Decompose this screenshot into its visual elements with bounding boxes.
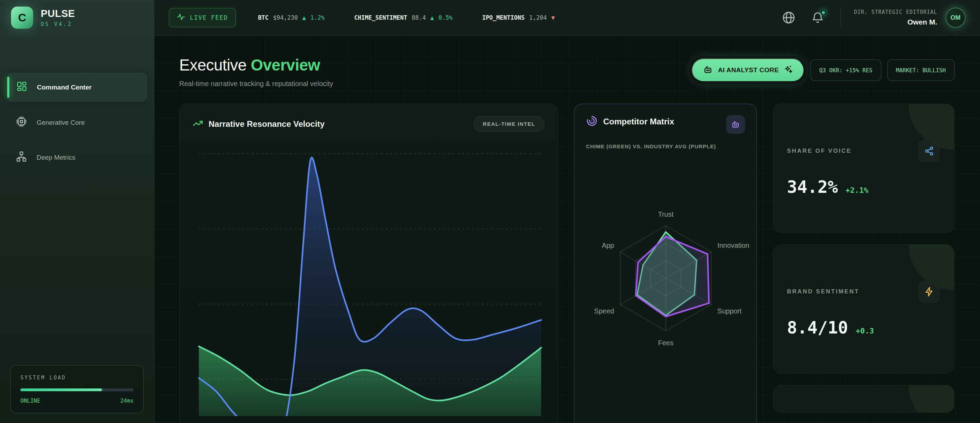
network-icon — [16, 151, 27, 164]
avatar[interactable]: OM — [945, 8, 966, 28]
sidebar-item-deep-metrics[interactable]: Deep Metrics — [7, 144, 147, 171]
live-feed-badge[interactable]: LIVE FEED — [169, 8, 236, 27]
bell-icon[interactable] — [811, 11, 825, 24]
market-bullish-chip[interactable]: MARKET: BULLISH — [888, 59, 955, 81]
ticker-delta: 1.2% — [310, 14, 325, 21]
partial-kpi-card — [773, 385, 955, 413]
radar-icon — [586, 115, 598, 128]
sidebar-item-label: Deep Metrics — [37, 154, 75, 161]
ticker-chime-sentiment: CHIME_SENTIMENT 88.4 ▲ 0.5% — [354, 14, 453, 21]
sidebar-nav: Command Center Generative Core Deep Metr… — [0, 73, 154, 171]
svg-text:Trust: Trust — [658, 211, 674, 218]
system-load-bar — [21, 388, 134, 391]
system-status: ONLINE — [21, 397, 40, 404]
kpi-column: SHARE OF VOICE 34.2% +2.1% BRAND — [773, 104, 955, 413]
ticker-value: 88.4 — [412, 14, 426, 21]
sidebar-item-generative-core[interactable]: Generative Core — [7, 109, 147, 137]
brand-version: OS V4.2 — [41, 21, 75, 27]
up-arrow-icon: ▲ — [302, 14, 306, 21]
system-latency: 24ms — [120, 397, 134, 404]
page-subtitle: Real-time narrative tracking & reputatio… — [179, 80, 333, 88]
velocity-card-title: Narrative Resonance Velocity — [208, 119, 325, 129]
ticker-btc: BTC $94,230 ▲ 1.2% — [258, 14, 325, 21]
user-role: DIR. STRATEGIC EDITORIAL — [854, 9, 937, 15]
share-of-voice-value: 34.2% — [787, 177, 838, 197]
live-feed-label: LIVE FEED — [190, 14, 228, 21]
bot-icon-button[interactable] — [726, 115, 745, 134]
ticker-ipo-mentions: IPO_MENTIONS 1,204 ▼ — [482, 14, 555, 21]
competitor-matrix-title: Competitor Matrix — [603, 117, 674, 126]
ticker-value: $94,230 — [273, 14, 298, 21]
header-actions: AI ANALYST CORE Q3 OKR: +15% RES MARKET:… — [692, 58, 955, 82]
brand-sentiment-label: BRAND SENTIMENT — [787, 288, 859, 295]
market-bullish-label: MARKET: BULLISH — [896, 67, 946, 73]
system-load-title: SYSTEM LOAD — [21, 375, 134, 381]
system-load-panel: SYSTEM LOAD ONLINE 24ms — [10, 365, 144, 413]
ticker-label: BTC — [258, 14, 269, 21]
brand-block: C PULSE OS V4.2 — [0, 0, 154, 35]
down-arrow-icon: ▼ — [551, 14, 555, 21]
ai-analyst-core-button[interactable]: AI ANALYST CORE — [692, 58, 804, 82]
q3-okr-label: Q3 OKR: +15% RES — [819, 67, 872, 73]
velocity-area-chart — [192, 150, 545, 416]
brand-logo: C — [11, 6, 33, 29]
header-divider — [840, 8, 841, 27]
activity-icon — [177, 13, 185, 22]
ai-analyst-core-label: AI ANALYST CORE — [718, 66, 779, 74]
ticker-strip: BTC $94,230 ▲ 1.2% CHIME_SENTIMENT 88.4 … — [258, 14, 555, 21]
competitor-matrix-subtitle: CHIME (GREEN) VS. INDUSTRY AVG (PURPLE) — [586, 142, 724, 151]
main-content: Executive Overview Real-time narrative t… — [154, 35, 980, 423]
ticker-value: 1,204 — [529, 14, 547, 21]
avatar-initials: OM — [951, 14, 961, 21]
page-title: Executive Overview — [179, 56, 333, 74]
cpu-icon — [16, 116, 27, 129]
share-of-voice-delta: +2.1% — [846, 186, 869, 195]
brand-name: PULSE — [41, 8, 75, 19]
page-title-block: Executive Overview Real-time narrative t… — [179, 56, 333, 88]
ticker-label: CHIME_SENTIMENT — [354, 14, 407, 21]
brand-sentiment-value: 8.4/10 — [787, 318, 848, 338]
brand-logo-letter: C — [18, 11, 26, 24]
notification-dot — [821, 10, 826, 15]
user-meta: DIR. STRATEGIC EDITORIAL Owen M. — [854, 9, 937, 26]
brand-sentiment-delta: +0.3 — [856, 327, 874, 335]
bot-icon — [703, 64, 713, 77]
sidebar-item-label: Command Center — [37, 84, 92, 91]
page-title-accent: Overview — [251, 56, 320, 74]
system-load-bar-fill — [21, 388, 102, 391]
ticker-delta: 0.5% — [438, 14, 452, 21]
globe-icon[interactable] — [782, 11, 795, 24]
svg-text:Support: Support — [718, 307, 742, 315]
competitor-matrix-card: Competitor Matrix CHIME (GREEN) VS. INDU… — [574, 104, 757, 423]
sidebar-item-command-center[interactable]: Command Center — [7, 73, 147, 102]
real-time-intel-badge: REAL-TIME INTEL — [473, 116, 544, 132]
brand-sentiment-card: BRAND SENTIMENT 8.4/10 +0.3 — [773, 244, 955, 374]
sidebar-item-label: Generative Core — [37, 119, 84, 126]
ticker-label: IPO_MENTIONS — [482, 14, 525, 21]
svg-text:Innovation: Innovation — [718, 241, 749, 249]
top-bar: LIVE FEED BTC $94,230 ▲ 1.2% CHIME_SENTI… — [154, 0, 980, 35]
share-of-voice-card: SHARE OF VOICE 34.2% +2.1% — [773, 104, 955, 233]
svg-text:Fees: Fees — [658, 339, 673, 346]
page-title-prefix: Executive — [179, 56, 247, 74]
sidebar: C PULSE OS V4.2 Command Center — [0, 0, 154, 423]
sparkles-icon — [784, 65, 793, 76]
competitor-radar-chart: TrustInnovationSupportFeesSpeedApp — [586, 195, 746, 368]
velocity-card: Narrative Resonance Velocity REAL-TIME I… — [179, 104, 558, 423]
layout-grid-icon — [16, 81, 27, 94]
corner-decor — [908, 385, 954, 413]
share-of-voice-label: SHARE OF VOICE — [787, 148, 851, 155]
q3-okr-chip[interactable]: Q3 OKR: +15% RES — [810, 59, 881, 81]
svg-text:App: App — [602, 241, 614, 249]
up-arrow-icon: ▲ — [430, 14, 434, 21]
active-accent-bar — [7, 77, 10, 98]
svg-text:Speed: Speed — [594, 307, 614, 315]
trending-up-icon — [192, 118, 203, 130]
user-name: Owen M. — [854, 18, 937, 26]
